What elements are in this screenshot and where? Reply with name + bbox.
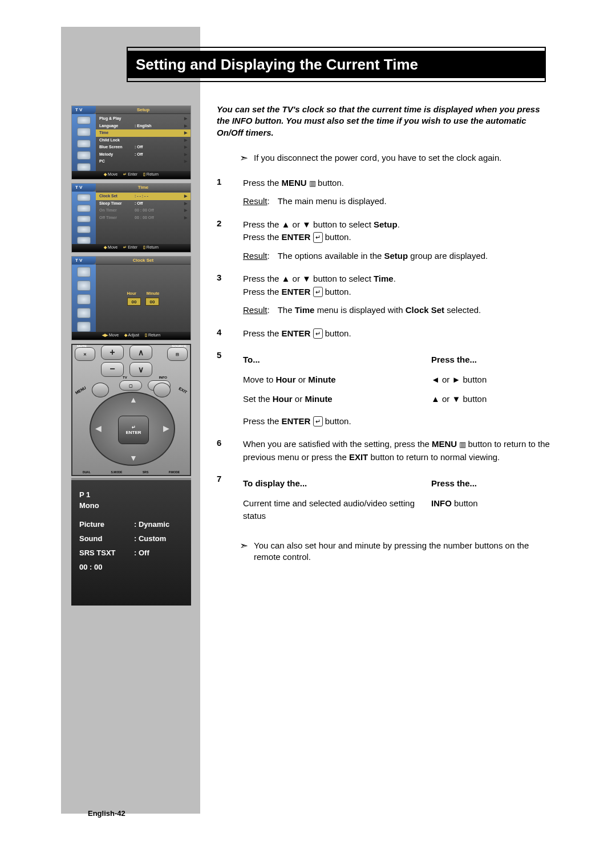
osd-icon bbox=[77, 128, 91, 136]
osd-icon bbox=[77, 281, 91, 291]
enter-icon: ↵ bbox=[313, 287, 323, 298]
step-line: Press the MENU ▥ button. bbox=[243, 177, 553, 190]
step-number: 5 bbox=[217, 350, 243, 428]
info-osd-panel: P 1 Mono Picture: Dynamic Sound: Custom … bbox=[71, 478, 191, 606]
info-time: 00 : 00 bbox=[79, 563, 183, 571]
osd-sidebar-icons bbox=[72, 265, 96, 332]
osd-row-selected: Time▶ bbox=[96, 129, 191, 137]
title-bar: Setting and Displaying the Current Time bbox=[127, 51, 546, 78]
step-line: Press the ENTER ↵ button. bbox=[243, 415, 553, 428]
nav-down-icon[interactable]: ▼ bbox=[129, 453, 137, 462]
step-result: Result:The Time menu is displayed with C… bbox=[243, 304, 553, 317]
tv-button[interactable]: ▢ bbox=[119, 380, 142, 391]
step-1: 1 Press the MENU ▥ button. Result:The ma… bbox=[217, 177, 553, 208]
clock-labels: Hour Minute bbox=[123, 291, 164, 295]
step-5: 5 To... Move to Hour or Minute Set the H… bbox=[217, 350, 553, 428]
osd-icon bbox=[77, 116, 91, 124]
table-header: Press the... bbox=[431, 354, 553, 367]
remote-bottom-labels: DUAL S.MODE SRS P.MODE bbox=[72, 470, 190, 474]
intro-text: You can set the TV's clock so that the c… bbox=[217, 104, 553, 139]
step-line: Press the ENTER ↵ button. bbox=[243, 286, 553, 299]
enter-icon: ↵ bbox=[313, 416, 323, 427]
step-line: Press the ENTER ↵ button. bbox=[243, 327, 553, 340]
note: ➣ You can also set hour and minute by pr… bbox=[240, 540, 553, 563]
nav-ring[interactable]: ▲ ▼ ◀ ▶ ↵ ENTER bbox=[90, 392, 175, 466]
exit-label: EXIT bbox=[179, 387, 188, 395]
step-number: 4 bbox=[217, 327, 243, 340]
osd-row: Blue Screen: Off▶ bbox=[96, 144, 191, 151]
step-number: 1 bbox=[217, 177, 243, 208]
osd-clock-set: T V Clock Set Hour Minute 0000 ◀▶ Move ◆… bbox=[71, 256, 191, 340]
osd-title: Clock Set bbox=[96, 257, 191, 265]
volume-up-button[interactable]: + bbox=[101, 345, 124, 360]
osd-foot-enter: ↵ Enter bbox=[123, 245, 137, 252]
osd-time-menu: T V Time Clock Set: - - : - -▶ Sleep Tim… bbox=[71, 183, 191, 253]
step-3: 3 Press the ▲ or ▼ button to select Time… bbox=[217, 273, 553, 317]
volume-down-button[interactable]: − bbox=[101, 362, 124, 377]
mute-button[interactable]: ✕ bbox=[75, 347, 95, 361]
osd-title: Time bbox=[96, 184, 191, 192]
info-label: INFO bbox=[159, 376, 167, 379]
osd-foot-adjust: ◆ Adjust bbox=[124, 333, 139, 340]
osd-icon bbox=[77, 237, 91, 244]
osd-icon bbox=[77, 308, 91, 318]
remote-control: MUTE SOURCE ✕ + − ∧ ∨ ⊟ TV INFO ▢ ▢ MENU… bbox=[71, 344, 191, 476]
step-result: Result:The main menu is displayed. bbox=[243, 195, 553, 208]
osd-foot-enter: ↵ Enter bbox=[123, 172, 137, 179]
exit-button[interactable] bbox=[153, 383, 171, 397]
step-4: 4 Press the ENTER ↵ button. bbox=[217, 327, 553, 340]
page-footer: English-42 bbox=[88, 809, 125, 818]
table-cell: Set the Hour or Minute bbox=[243, 393, 431, 406]
osd-row: On Timer 00 : 00 Off▶ bbox=[96, 207, 191, 214]
osd-icon bbox=[77, 322, 91, 332]
osd-row: Melody: Off▶ bbox=[96, 151, 191, 159]
enter-button[interactable]: ↵ ENTER bbox=[118, 416, 149, 444]
osd-icon bbox=[77, 151, 91, 159]
step-number: 6 bbox=[217, 438, 243, 464]
osd-icon bbox=[77, 294, 91, 304]
nav-right-icon[interactable]: ▶ bbox=[163, 424, 169, 433]
info-row: SRS TSXT: Off bbox=[79, 549, 183, 557]
info-row: Sound: Custom bbox=[79, 534, 183, 543]
info-channel: P 1 bbox=[79, 490, 183, 499]
osd-row: Language: English▶ bbox=[96, 123, 191, 130]
table-cell: INFO button bbox=[431, 497, 553, 510]
osd-row: Child Lock▶ bbox=[96, 137, 191, 144]
table-cell: Current time and selected audio/video se… bbox=[243, 497, 431, 523]
menu-button[interactable] bbox=[92, 383, 109, 397]
osd-row: Plug & Play▶ bbox=[96, 115, 191, 123]
step-line: Press the ▲ or ▼ button to select Time. bbox=[243, 273, 553, 286]
osd-rows: Clock Set: - - : - -▶ Sleep Timer: Off▶ … bbox=[96, 192, 191, 244]
osd-row: Off Timer 00 : 00 Off▶ bbox=[96, 214, 191, 222]
osd-icon bbox=[77, 267, 91, 277]
step-number: 3 bbox=[217, 273, 243, 317]
step-2: 2 Press the ▲ or ▼ button to select Setu… bbox=[217, 218, 553, 263]
table-header: Press the... bbox=[431, 477, 553, 490]
channel-up-button[interactable]: ∧ bbox=[129, 345, 152, 360]
step-line: Press the ENTER ↵ button. bbox=[243, 231, 553, 244]
channel-down-button[interactable]: ∨ bbox=[129, 362, 152, 377]
osd-footer: ◆ Move ↵ Enter ▯ Return bbox=[72, 244, 191, 252]
table-cell: ◄ or ► button bbox=[431, 373, 553, 387]
clock-values: 0000 bbox=[125, 298, 161, 306]
table-cell: Move to Hour or Minute bbox=[243, 373, 431, 387]
osd-foot-move: ◀▶ Move bbox=[102, 333, 119, 340]
osd-foot-return: ▯ Return bbox=[143, 245, 159, 252]
nav-up-icon[interactable]: ▲ bbox=[129, 395, 137, 404]
osd-footer: ◀▶ Move ◆ Adjust ▯ Return bbox=[72, 332, 191, 340]
step-line: Press the ▲ or ▼ button to select Setup. bbox=[243, 218, 553, 231]
osd-icon bbox=[77, 226, 91, 233]
osd-icon bbox=[77, 205, 91, 212]
note: ➣ If you disconnect the power cord, you … bbox=[240, 152, 553, 164]
menu-icon: ▥ bbox=[459, 439, 465, 450]
osd-row: PC▶ bbox=[96, 158, 191, 165]
nav-left-icon[interactable]: ◀ bbox=[95, 424, 102, 433]
enter-label: ENTER bbox=[125, 430, 141, 435]
source-button[interactable]: ⊟ bbox=[167, 347, 188, 361]
osd-icon bbox=[77, 163, 91, 171]
osd-foot-move: ◆ Move bbox=[104, 245, 117, 252]
table-header: To... bbox=[243, 354, 431, 367]
step-line: When you are satisfied with the setting,… bbox=[243, 438, 553, 464]
menu-label: MENU bbox=[75, 385, 87, 395]
info-mono: Mono bbox=[79, 501, 183, 510]
